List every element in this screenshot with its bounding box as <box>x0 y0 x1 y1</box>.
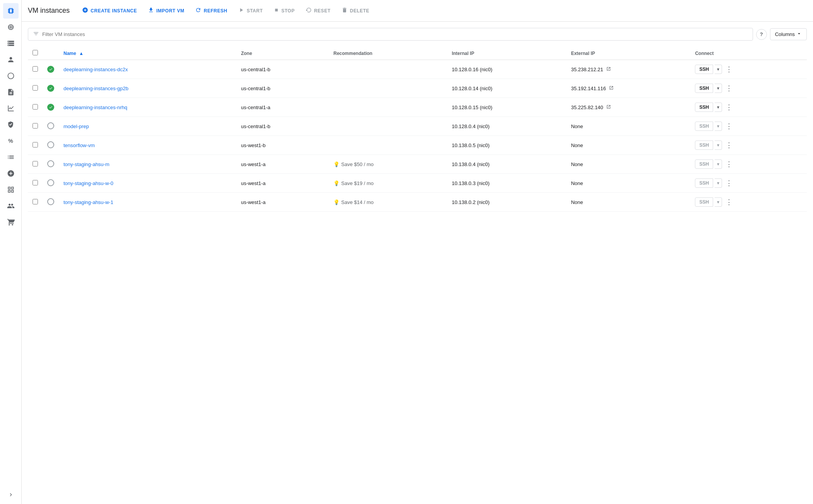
row-checkbox-7[interactable] <box>33 199 38 204</box>
filter-input-wrapper[interactable] <box>28 28 753 41</box>
ssh-button[interactable]: SSH <box>695 65 713 74</box>
reset-button[interactable]: RESET <box>301 5 335 17</box>
recommendation-header: Recommendation <box>329 47 447 60</box>
select-all-checkbox[interactable] <box>33 50 38 55</box>
sidebar-item-people[interactable] <box>3 198 19 214</box>
external-ip-text: 35.238.212.21 <box>571 67 603 72</box>
vm-instances-table: Name ▲ Zone Recommendation Internal IP E… <box>28 47 807 212</box>
toolbar: VM instances CREATE INSTANCE IMPORT VM R… <box>22 0 813 22</box>
sidebar-expand-button[interactable] <box>3 489 19 501</box>
sidebar-item-storage[interactable] <box>3 36 19 51</box>
stop-button[interactable]: STOP <box>269 5 299 16</box>
external-link-icon[interactable] <box>606 105 611 110</box>
ssh-dropdown-button[interactable]: ▾ <box>715 65 722 74</box>
vm-name-link[interactable]: tony-staging-ahsu-m <box>63 161 110 167</box>
row-status-cell <box>43 136 59 155</box>
vm-name-link[interactable]: model-prep <box>63 123 89 129</box>
row-checkbox-cell <box>28 117 43 136</box>
table-row: tony-staging-ahsu-w-0us-west1-a 💡 Save $… <box>28 174 807 193</box>
sidebar-item-logs[interactable] <box>3 84 19 100</box>
sidebar-item-billing[interactable]: % <box>3 133 19 149</box>
row-connect-cell: SSH ▾ ⋮ <box>690 60 807 79</box>
row-checkbox-6[interactable] <box>33 180 38 185</box>
recommendation-content: 💡 Save $14 / mo <box>333 199 443 205</box>
vm-name-link[interactable]: tensorflow-vm <box>63 142 95 148</box>
status-stopped-icon <box>47 141 54 148</box>
marketplace-icon <box>7 170 15 177</box>
create-instance-button[interactable]: CREATE INSTANCE <box>77 5 142 17</box>
more-options-button[interactable]: ⋮ <box>724 83 734 94</box>
row-recommendation-cell <box>329 79 447 98</box>
more-options-button[interactable]: ⋮ <box>724 159 734 170</box>
vm-name-link[interactable]: deeplearning-instances-dc2x <box>63 67 128 72</box>
help-button[interactable]: ? <box>756 29 767 40</box>
sidebar-item-vm-instances[interactable] <box>3 3 19 19</box>
table-row: model-prepus-central1-b10.128.0.4 (nic0)… <box>28 117 807 136</box>
row-name-cell: deeplearning-instances-nrhq <box>59 98 236 117</box>
sidebar-item-container[interactable] <box>3 68 19 84</box>
vm-name-link[interactable]: tony-staging-ahsu-w-0 <box>63 180 113 186</box>
create-instance-icon <box>82 7 88 15</box>
sidebar-item-iam[interactable] <box>3 52 19 67</box>
sidebar-item-dashboard[interactable] <box>3 182 19 197</box>
ssh-dropdown-disabled[interactable]: ▾ <box>715 159 722 169</box>
external-ip-text: 35.225.82.140 <box>571 105 603 110</box>
ssh-button-disabled[interactable]: SSH <box>695 122 713 131</box>
billing-icon: % <box>8 138 13 144</box>
ssh-dropdown-disabled[interactable]: ▾ <box>715 197 722 207</box>
sidebar-item-marketplace[interactable] <box>3 166 19 181</box>
ssh-button-disabled[interactable]: SSH <box>695 159 713 169</box>
ssh-dropdown-button[interactable]: ▾ <box>715 84 722 93</box>
zone-header: Zone <box>236 47 329 60</box>
vm-name-link[interactable]: deeplearning-instances-nrhq <box>63 105 127 110</box>
more-options-button[interactable]: ⋮ <box>724 121 734 132</box>
start-button[interactable]: START <box>233 5 268 17</box>
more-options-button[interactable]: ⋮ <box>724 178 734 189</box>
ssh-dropdown-button[interactable]: ▾ <box>715 103 722 112</box>
row-checkbox-cell <box>28 193 43 212</box>
sidebar-item-network[interactable] <box>3 19 19 35</box>
row-checkbox-4[interactable] <box>33 142 38 147</box>
more-options-button[interactable]: ⋮ <box>724 140 734 151</box>
delete-button[interactable]: DELETE <box>337 5 374 17</box>
row-checkbox-2[interactable] <box>33 104 38 110</box>
sidebar-item-list[interactable] <box>3 149 19 165</box>
more-options-button[interactable]: ⋮ <box>724 64 734 75</box>
columns-button[interactable]: Columns <box>770 28 807 40</box>
ssh-button-disabled[interactable]: SSH <box>695 197 713 207</box>
external-link-icon[interactable] <box>609 86 614 91</box>
sidebar-item-monitoring[interactable] <box>3 101 19 116</box>
connect-buttons: SSH ▾ ⋮ <box>695 102 802 113</box>
ssh-dropdown-disabled[interactable]: ▾ <box>715 141 722 150</box>
row-checkbox-1[interactable] <box>33 85 38 91</box>
vm-name-link[interactable]: tony-staging-ahsu-w-1 <box>63 199 113 205</box>
more-options-button[interactable]: ⋮ <box>724 197 734 207</box>
refresh-button[interactable]: REFRESH <box>190 5 232 17</box>
row-checkbox-3[interactable] <box>33 123 38 129</box>
connect-header: Connect <box>690 47 807 60</box>
delete-icon <box>341 7 348 14</box>
filter-icon <box>33 31 39 38</box>
sidebar-item-cart[interactable] <box>3 214 19 230</box>
row-zone-cell: us-central1-b <box>236 79 329 98</box>
sidebar-item-security[interactable] <box>3 117 19 132</box>
ssh-dropdown-disabled[interactable]: ▾ <box>715 178 722 188</box>
ssh-button-disabled[interactable]: SSH <box>695 178 713 188</box>
status-stopped-icon <box>47 198 54 205</box>
ssh-button-disabled[interactable]: SSH <box>695 141 713 150</box>
bulb-icon: 💡 <box>333 199 340 205</box>
external-link-icon[interactable] <box>606 67 611 72</box>
chevron-down-icon <box>796 31 802 38</box>
row-zone-cell: us-west1-b <box>236 136 329 155</box>
ssh-button[interactable]: SSH <box>695 103 713 112</box>
filter-input[interactable] <box>42 31 748 37</box>
ssh-button[interactable]: SSH <box>695 84 713 93</box>
vm-name-link[interactable]: deeplearning-instances-gp2b <box>63 86 129 91</box>
import-vm-button[interactable]: IMPORT VM <box>143 5 189 17</box>
ssh-dropdown-disabled[interactable]: ▾ <box>715 122 722 131</box>
more-options-button[interactable]: ⋮ <box>724 102 734 113</box>
list-icon <box>7 153 15 161</box>
row-checkbox-5[interactable] <box>33 161 38 166</box>
name-header[interactable]: Name ▲ <box>59 47 236 60</box>
row-checkbox-0[interactable] <box>33 66 38 72</box>
